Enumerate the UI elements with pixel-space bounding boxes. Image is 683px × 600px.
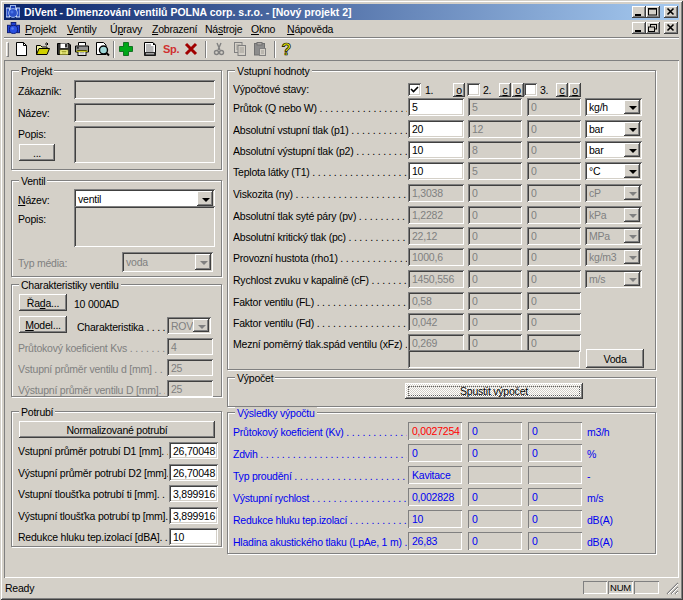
svg-text:?: ? xyxy=(282,41,292,57)
svg-text:Sp.: Sp. xyxy=(163,43,180,55)
